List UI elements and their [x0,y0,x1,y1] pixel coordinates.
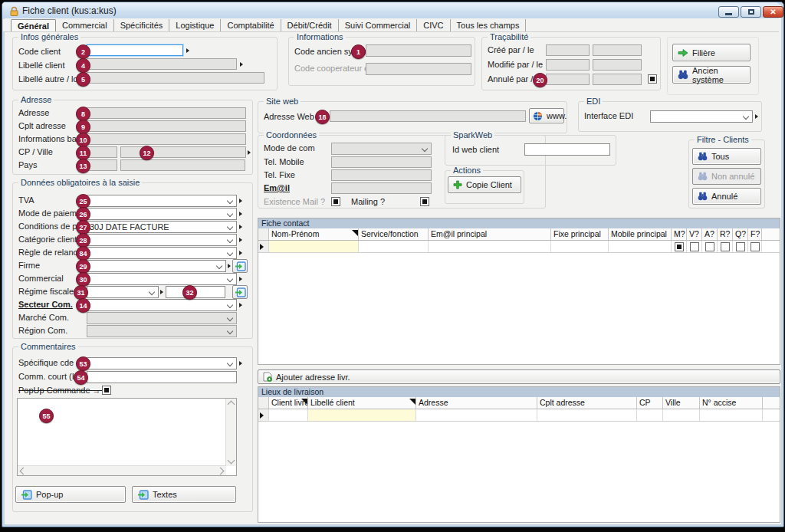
callout-badge-31: 31 [74,285,88,300]
maximize-button[interactable] [741,6,761,18]
column-header-mobile-principal[interactable]: Mobile principal [609,228,672,240]
title-bar[interactable]: Fiche client (kus:a:kus) ✕ [2,2,779,18]
row-selector-cell[interactable] [258,241,269,252]
cell-r-checkbox[interactable] [718,241,733,252]
annule-checkbox[interactable] [648,74,657,84]
column-header-nom-prenom[interactable]: Nom-Prénom [269,228,359,240]
mode-de-com-label: Mode de com [264,143,315,154]
minimize-button[interactable] [718,6,739,18]
cell-fixe-principal[interactable] [551,241,609,252]
v-checkbox[interactable] [690,242,699,251]
firme-open-button[interactable] [232,259,248,273]
column-header-service-fonction[interactable]: Service/fonction [359,228,429,240]
cell-email-principal[interactable] [429,241,551,252]
column-header-fixe-principal[interactable]: Fixe principal [551,228,609,240]
cell-mobile-principal[interactable] [609,241,672,252]
column-header-cp[interactable]: CP [637,397,663,409]
commercial-dropdown[interactable] [87,273,237,285]
cell-service-fonction[interactable] [359,241,429,252]
column-header-numero-accise[interactable]: N° accise [700,397,763,409]
interface-edi-dropdown[interactable] [650,110,753,123]
id-web-client-field[interactable] [524,143,610,156]
column-header-adresse[interactable]: Adresse [416,397,537,409]
group-title: Informations [294,32,346,42]
www-button[interactable]: www. [529,108,564,123]
cell-nom-prenom[interactable] [269,241,359,252]
cell-q-checkbox[interactable] [733,241,748,252]
cell-m-checkbox[interactable] [672,241,687,252]
cell-numero-accise[interactable] [700,409,763,421]
header-selector-cell [258,228,269,240]
tab-commercial[interactable]: Commercial [56,19,114,31]
tab-civc[interactable]: CIVC [417,19,450,31]
tab-debit-credit[interactable]: Débit/Crédit [281,19,339,31]
secteur-com-dropdown[interactable] [87,299,237,311]
q-checkbox[interactable] [736,242,745,251]
tab-logistique[interactable]: Logistique [169,19,221,31]
tva-dropdown[interactable] [87,195,237,207]
regime-open-button[interactable] [232,285,248,299]
mailing-checkbox[interactable] [420,197,429,206]
tab-comptabilite[interactable]: Comptabilité [221,19,281,31]
code-client-field[interactable] [87,44,183,56]
secteur-com-label[interactable]: Secteur Com. [18,299,73,310]
regle-de-relance-dropdown[interactable] [87,247,237,259]
tab-suivi-commercial[interactable]: Suivi Commercial [339,19,418,31]
a-checkbox[interactable] [705,242,714,251]
column-header-a[interactable]: A? [702,228,718,240]
tab-specificites[interactable]: Spécificités [114,19,170,31]
ajouter-adresse-livr-button[interactable]: Ajouter adresse livr. [258,369,780,384]
column-header-libelle-client[interactable]: Libellé client [308,397,416,409]
cell-adresse[interactable] [416,409,537,421]
interface-edi-label: Interface EDI [584,110,633,122]
popup-commande-label: PopUp Commande → ? [18,385,108,396]
cell-ville[interactable] [663,409,700,421]
m-checkbox[interactable] [675,242,684,251]
vertical-scrollbar[interactable] [225,399,236,466]
row-selector-cell[interactable] [258,409,269,421]
ancien-systeme-button[interactable]: Ancien système [672,66,751,84]
mode-de-paiement-dropdown[interactable] [87,208,237,220]
regime-fiscale-dropdown[interactable] [87,286,159,298]
conditions-de-paiement-dropdown[interactable]: 30J DATE FACTURE [87,221,237,233]
r-checkbox[interactable] [721,242,730,251]
column-header-cplt-adresse[interactable]: Cplt adresse [537,397,637,409]
cell-client-livre[interactable] [269,409,308,421]
existence-mail-checkbox[interactable] [331,197,340,206]
firme-dropdown[interactable] [87,260,226,272]
cell-libelle-client[interactable] [308,409,416,421]
cell-f-checkbox[interactable] [748,241,762,252]
tel-mobile-field [331,156,432,168]
column-header-v[interactable]: V? [687,228,702,240]
tab-tous-les-champs[interactable]: Tous les champs [451,19,527,31]
close-button[interactable]: ✕ [763,6,783,18]
filiere-button[interactable]: Filière [672,44,751,61]
column-header-ville[interactable]: Ville [663,397,700,409]
categorie-client-dropdown[interactable] [87,234,237,246]
column-header-email-principal[interactable]: Em@il principal [429,228,551,240]
cell-cplt-adresse[interactable] [537,409,637,421]
group-title: Site web [264,97,301,107]
f-checkbox[interactable] [751,242,760,251]
filtre-tous-label: Tous [711,152,729,161]
column-header-f[interactable]: F? [748,228,762,240]
filtre-tous-button[interactable]: Tous [692,148,761,165]
textes-button[interactable]: Textes [132,486,236,503]
popup-button[interactable]: Pop-up [15,486,126,503]
column-header-r[interactable]: R? [718,228,733,240]
column-header-q[interactable]: Q? [733,228,748,240]
comm-court-field[interactable] [87,371,237,383]
copie-client-button[interactable]: Copie Client [448,176,521,193]
cell-a-checkbox[interactable] [702,241,718,252]
specifique-cde-dropdown[interactable] [87,357,237,369]
cell-cp[interactable] [637,409,663,421]
cell-v-checkbox[interactable] [687,241,702,252]
popup-commande-checkbox[interactable] [102,386,111,395]
column-header-client-livre[interactable]: Client livré [269,397,308,409]
horizontal-scrollbar[interactable] [18,465,226,475]
tab-general[interactable]: Général [11,19,56,31]
column-header-m[interactable]: M? [672,228,687,240]
email-label[interactable]: Em@il [264,182,290,194]
mode-de-com-dropdown[interactable] [331,143,432,155]
filtre-annule-button[interactable]: Annulé [692,188,761,205]
